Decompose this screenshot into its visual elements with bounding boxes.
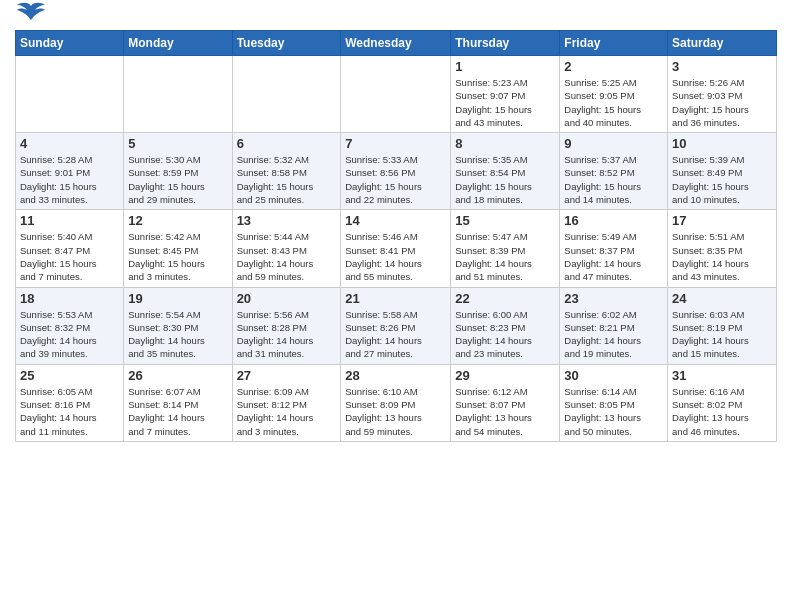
calendar-cell: 22Sunrise: 6:00 AM Sunset: 8:23 PM Dayli… <box>451 287 560 364</box>
day-number: 5 <box>128 136 227 151</box>
day-number: 27 <box>237 368 337 383</box>
day-info: Sunrise: 5:26 AM Sunset: 9:03 PM Dayligh… <box>672 76 772 129</box>
day-number: 3 <box>672 59 772 74</box>
day-info: Sunrise: 6:12 AM Sunset: 8:07 PM Dayligh… <box>455 385 555 438</box>
day-info: Sunrise: 6:05 AM Sunset: 8:16 PM Dayligh… <box>20 385 119 438</box>
calendar-cell: 13Sunrise: 5:44 AM Sunset: 8:43 PM Dayli… <box>232 210 341 287</box>
calendar-cell: 29Sunrise: 6:12 AM Sunset: 8:07 PM Dayli… <box>451 364 560 441</box>
calendar-cell: 16Sunrise: 5:49 AM Sunset: 8:37 PM Dayli… <box>560 210 668 287</box>
day-number: 28 <box>345 368 446 383</box>
calendar-cell <box>232 56 341 133</box>
day-number: 30 <box>564 368 663 383</box>
calendar-cell: 23Sunrise: 6:02 AM Sunset: 8:21 PM Dayli… <box>560 287 668 364</box>
header <box>15 10 777 24</box>
calendar-cell: 26Sunrise: 6:07 AM Sunset: 8:14 PM Dayli… <box>124 364 232 441</box>
weekday-header-wednesday: Wednesday <box>341 31 451 56</box>
day-number: 15 <box>455 213 555 228</box>
day-info: Sunrise: 6:02 AM Sunset: 8:21 PM Dayligh… <box>564 308 663 361</box>
calendar-cell: 8Sunrise: 5:35 AM Sunset: 8:54 PM Daylig… <box>451 133 560 210</box>
day-info: Sunrise: 6:00 AM Sunset: 8:23 PM Dayligh… <box>455 308 555 361</box>
day-number: 21 <box>345 291 446 306</box>
day-number: 2 <box>564 59 663 74</box>
calendar-cell: 25Sunrise: 6:05 AM Sunset: 8:16 PM Dayli… <box>16 364 124 441</box>
day-number: 25 <box>20 368 119 383</box>
day-info: Sunrise: 5:32 AM Sunset: 8:58 PM Dayligh… <box>237 153 337 206</box>
day-number: 9 <box>564 136 663 151</box>
calendar-cell: 27Sunrise: 6:09 AM Sunset: 8:12 PM Dayli… <box>232 364 341 441</box>
day-info: Sunrise: 5:25 AM Sunset: 9:05 PM Dayligh… <box>564 76 663 129</box>
day-number: 13 <box>237 213 337 228</box>
calendar-cell: 9Sunrise: 5:37 AM Sunset: 8:52 PM Daylig… <box>560 133 668 210</box>
day-number: 12 <box>128 213 227 228</box>
day-info: Sunrise: 5:56 AM Sunset: 8:28 PM Dayligh… <box>237 308 337 361</box>
day-info: Sunrise: 6:16 AM Sunset: 8:02 PM Dayligh… <box>672 385 772 438</box>
day-info: Sunrise: 6:07 AM Sunset: 8:14 PM Dayligh… <box>128 385 227 438</box>
calendar-cell: 18Sunrise: 5:53 AM Sunset: 8:32 PM Dayli… <box>16 287 124 364</box>
calendar-cell: 17Sunrise: 5:51 AM Sunset: 8:35 PM Dayli… <box>668 210 777 287</box>
logo-bird-icon <box>17 2 45 24</box>
calendar-cell: 31Sunrise: 6:16 AM Sunset: 8:02 PM Dayli… <box>668 364 777 441</box>
weekday-header-monday: Monday <box>124 31 232 56</box>
calendar-cell: 6Sunrise: 5:32 AM Sunset: 8:58 PM Daylig… <box>232 133 341 210</box>
day-number: 16 <box>564 213 663 228</box>
calendar-cell: 2Sunrise: 5:25 AM Sunset: 9:05 PM Daylig… <box>560 56 668 133</box>
day-number: 23 <box>564 291 663 306</box>
day-info: Sunrise: 5:54 AM Sunset: 8:30 PM Dayligh… <box>128 308 227 361</box>
day-number: 7 <box>345 136 446 151</box>
day-number: 26 <box>128 368 227 383</box>
calendar-cell: 28Sunrise: 6:10 AM Sunset: 8:09 PM Dayli… <box>341 364 451 441</box>
day-number: 6 <box>237 136 337 151</box>
day-info: Sunrise: 5:44 AM Sunset: 8:43 PM Dayligh… <box>237 230 337 283</box>
day-info: Sunrise: 5:37 AM Sunset: 8:52 PM Dayligh… <box>564 153 663 206</box>
weekday-header-tuesday: Tuesday <box>232 31 341 56</box>
day-number: 8 <box>455 136 555 151</box>
week-row-5: 25Sunrise: 6:05 AM Sunset: 8:16 PM Dayli… <box>16 364 777 441</box>
day-number: 18 <box>20 291 119 306</box>
day-info: Sunrise: 6:03 AM Sunset: 8:19 PM Dayligh… <box>672 308 772 361</box>
day-number: 19 <box>128 291 227 306</box>
main-container: SundayMondayTuesdayWednesdayThursdayFrid… <box>0 0 792 452</box>
weekday-header-friday: Friday <box>560 31 668 56</box>
weekday-header-saturday: Saturday <box>668 31 777 56</box>
calendar-cell: 15Sunrise: 5:47 AM Sunset: 8:39 PM Dayli… <box>451 210 560 287</box>
week-row-4: 18Sunrise: 5:53 AM Sunset: 8:32 PM Dayli… <box>16 287 777 364</box>
logo <box>15 10 45 24</box>
day-info: Sunrise: 5:46 AM Sunset: 8:41 PM Dayligh… <box>345 230 446 283</box>
day-info: Sunrise: 6:09 AM Sunset: 8:12 PM Dayligh… <box>237 385 337 438</box>
week-row-2: 4Sunrise: 5:28 AM Sunset: 9:01 PM Daylig… <box>16 133 777 210</box>
calendar-cell: 3Sunrise: 5:26 AM Sunset: 9:03 PM Daylig… <box>668 56 777 133</box>
day-number: 1 <box>455 59 555 74</box>
calendar-cell: 4Sunrise: 5:28 AM Sunset: 9:01 PM Daylig… <box>16 133 124 210</box>
calendar-cell: 12Sunrise: 5:42 AM Sunset: 8:45 PM Dayli… <box>124 210 232 287</box>
day-info: Sunrise: 5:39 AM Sunset: 8:49 PM Dayligh… <box>672 153 772 206</box>
week-row-3: 11Sunrise: 5:40 AM Sunset: 8:47 PM Dayli… <box>16 210 777 287</box>
calendar-cell: 24Sunrise: 6:03 AM Sunset: 8:19 PM Dayli… <box>668 287 777 364</box>
calendar-cell: 7Sunrise: 5:33 AM Sunset: 8:56 PM Daylig… <box>341 133 451 210</box>
day-number: 10 <box>672 136 772 151</box>
day-number: 11 <box>20 213 119 228</box>
day-info: Sunrise: 5:28 AM Sunset: 9:01 PM Dayligh… <box>20 153 119 206</box>
calendar-cell: 21Sunrise: 5:58 AM Sunset: 8:26 PM Dayli… <box>341 287 451 364</box>
day-info: Sunrise: 5:33 AM Sunset: 8:56 PM Dayligh… <box>345 153 446 206</box>
calendar-cell: 14Sunrise: 5:46 AM Sunset: 8:41 PM Dayli… <box>341 210 451 287</box>
calendar-cell: 1Sunrise: 5:23 AM Sunset: 9:07 PM Daylig… <box>451 56 560 133</box>
day-number: 14 <box>345 213 446 228</box>
day-info: Sunrise: 5:40 AM Sunset: 8:47 PM Dayligh… <box>20 230 119 283</box>
calendar-cell: 5Sunrise: 5:30 AM Sunset: 8:59 PM Daylig… <box>124 133 232 210</box>
calendar-table: SundayMondayTuesdayWednesdayThursdayFrid… <box>15 30 777 442</box>
day-info: Sunrise: 5:42 AM Sunset: 8:45 PM Dayligh… <box>128 230 227 283</box>
calendar-cell <box>16 56 124 133</box>
calendar-cell <box>124 56 232 133</box>
day-info: Sunrise: 5:35 AM Sunset: 8:54 PM Dayligh… <box>455 153 555 206</box>
weekday-header-row: SundayMondayTuesdayWednesdayThursdayFrid… <box>16 31 777 56</box>
calendar-cell <box>341 56 451 133</box>
weekday-header-sunday: Sunday <box>16 31 124 56</box>
day-info: Sunrise: 5:47 AM Sunset: 8:39 PM Dayligh… <box>455 230 555 283</box>
calendar-cell: 30Sunrise: 6:14 AM Sunset: 8:05 PM Dayli… <box>560 364 668 441</box>
day-info: Sunrise: 5:30 AM Sunset: 8:59 PM Dayligh… <box>128 153 227 206</box>
calendar-cell: 11Sunrise: 5:40 AM Sunset: 8:47 PM Dayli… <box>16 210 124 287</box>
day-number: 20 <box>237 291 337 306</box>
day-number: 29 <box>455 368 555 383</box>
day-info: Sunrise: 6:14 AM Sunset: 8:05 PM Dayligh… <box>564 385 663 438</box>
calendar-cell: 20Sunrise: 5:56 AM Sunset: 8:28 PM Dayli… <box>232 287 341 364</box>
